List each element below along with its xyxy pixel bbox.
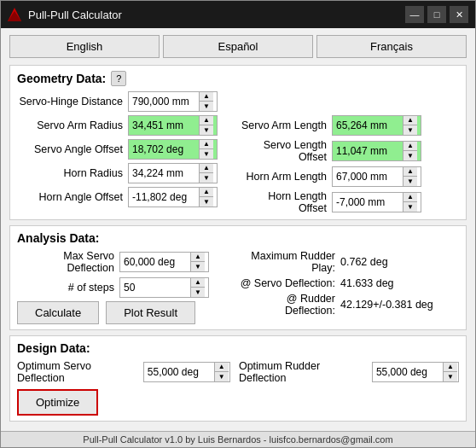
servo-hinge-input[interactable] [129, 94, 199, 109]
horn-arm-length-input[interactable] [333, 169, 403, 184]
geometry-section: Geometry Data: ? Servo-Hinge Distance ▲ … [9, 65, 467, 220]
analysis-title: Analysis Data: [17, 231, 459, 245]
servo-hinge-down[interactable]: ▼ [200, 102, 213, 111]
optimum-rudder-deflection-input[interactable] [373, 364, 443, 380]
horn-radius-spinner[interactable]: ▲ ▼ [128, 163, 218, 183]
optimum-servo-deflection-spinner[interactable]: ▲ ▼ [143, 362, 230, 382]
servo-length-offset-up[interactable]: ▲ [403, 142, 417, 151]
horn-arm-length-up[interactable]: ▲ [403, 167, 417, 177]
horn-radius-up[interactable]: ▲ [200, 164, 213, 173]
horn-radius-down[interactable]: ▼ [200, 173, 213, 183]
servo-angle-offset-input[interactable] [129, 142, 199, 157]
servo-arm-length-input[interactable] [333, 118, 403, 133]
servo-arm-length-label: Servo Arm Length [238, 119, 332, 131]
servo-deflection-at-label: @ Servo Deflection: [238, 277, 340, 289]
servo-length-offset-down[interactable]: ▼ [403, 151, 417, 160]
analysis-right-col: Maximum Rudder Play: 0.762 deg @ Servo D… [238, 250, 459, 324]
calculate-button[interactable]: Calculate [17, 301, 99, 324]
steps-down[interactable]: ▼ [191, 288, 205, 297]
servo-arm-radius-down[interactable]: ▼ [200, 125, 213, 135]
servo-arm-radius-spinner[interactable]: ▲ ▼ [128, 115, 218, 136]
max-servo-deflection-down[interactable]: ▼ [191, 262, 205, 271]
window-title: Pull-Pull Calculator [28, 9, 405, 21]
max-servo-deflection-input[interactable] [120, 254, 190, 270]
horn-angle-offset-down[interactable]: ▼ [200, 197, 213, 207]
horn-angle-offset-input[interactable] [129, 189, 199, 205]
servo-angle-offset-up[interactable]: ▲ [200, 140, 213, 149]
horn-angle-offset-label: Horn Angle Offset [17, 191, 128, 203]
geometry-left-col: Servo Arm Radius ▲ ▼ Servo Angle Offset [17, 115, 238, 214]
servo-arm-radius-row: Servo Arm Radius ▲ ▼ [17, 115, 238, 136]
servo-arm-radius-input[interactable] [129, 118, 199, 133]
action-buttons: Calculate Plot Result [17, 301, 238, 324]
servo-arm-length-down[interactable]: ▼ [403, 125, 417, 135]
servo-hinge-row: Servo-Hinge Distance ▲ ▼ [17, 91, 459, 112]
optimum-rudder-deflection-down[interactable]: ▼ [444, 372, 457, 381]
servo-arm-length-up[interactable]: ▲ [403, 116, 417, 125]
servo-hinge-spinner[interactable]: ▲ ▼ [128, 91, 218, 112]
horn-arm-length-spinner[interactable]: ▲ ▼ [332, 166, 421, 187]
max-servo-deflection-up[interactable]: ▲ [191, 253, 205, 262]
servo-deflection-at-value: 41.633 deg [340, 277, 459, 289]
app-icon [8, 8, 21, 21]
horn-length-offset-down[interactable]: ▼ [403, 202, 417, 212]
servo-angle-offset-down[interactable]: ▼ [200, 149, 213, 159]
optimize-button[interactable]: Optimize [17, 389, 98, 416]
plot-result-button[interactable]: Plot Result [106, 301, 195, 324]
horn-radius-label: Horn Radius [17, 167, 128, 179]
max-rudder-play-row: Maximum Rudder Play: 0.762 deg [238, 250, 459, 274]
servo-angle-offset-spinner[interactable]: ▲ ▼ [128, 139, 218, 160]
analysis-two-col: Max Servo Deflection ▲ ▼ # of steps [17, 250, 459, 324]
french-button[interactable]: Français [316, 35, 467, 58]
horn-angle-offset-spinner[interactable]: ▲ ▼ [128, 187, 218, 207]
horn-arm-length-down[interactable]: ▼ [403, 177, 417, 186]
status-text: Pull-Pull Calculator v1.0 by Luis Bernar… [83, 434, 392, 445]
horn-length-offset-up[interactable]: ▲ [403, 193, 417, 202]
analysis-section: Analysis Data: Max Servo Deflection ▲ ▼ [9, 225, 467, 330]
servo-arm-radius-label: Servo Arm Radius [17, 119, 128, 131]
design-title: Design Data: [17, 341, 459, 355]
design-row: Optimum Servo Deflection ▲ ▼ Optimum Rud… [17, 360, 459, 384]
analysis-left-col: Max Servo Deflection ▲ ▼ # of steps [17, 250, 238, 324]
servo-length-offset-row: Servo Length Offset ▲ ▼ [238, 139, 459, 163]
servo-length-offset-input[interactable] [333, 143, 403, 159]
optimum-rudder-deflection-spinner[interactable]: ▲ ▼ [372, 362, 459, 382]
design-section: Design Data: Optimum Servo Deflection ▲ … [9, 335, 467, 422]
servo-hinge-up[interactable]: ▲ [200, 92, 213, 102]
optimum-rudder-deflection-up[interactable]: ▲ [444, 363, 457, 372]
steps-up[interactable]: ▲ [191, 278, 205, 288]
servo-arm-radius-up[interactable]: ▲ [200, 116, 213, 125]
servo-arm-length-spinner[interactable]: ▲ ▼ [332, 115, 421, 136]
geometry-help-button[interactable]: ? [111, 71, 126, 86]
max-servo-deflection-spinner[interactable]: ▲ ▼ [119, 252, 209, 272]
servo-deflection-at-row: @ Servo Deflection: 41.633 deg [238, 277, 459, 289]
optimum-servo-deflection-up[interactable]: ▲ [215, 363, 229, 372]
horn-arm-length-row: Horn Arm Length ▲ ▼ [238, 166, 459, 187]
geometry-right-col: Servo Arm Length ▲ ▼ Servo Length Offset [238, 115, 459, 214]
steps-input[interactable] [120, 280, 190, 295]
horn-angle-offset-up[interactable]: ▲ [200, 188, 213, 197]
maximize-button[interactable]: □ [427, 6, 446, 23]
status-bar: Pull-Pull Calculator v1.0 by Luis Bernar… [1, 431, 475, 447]
optimum-servo-deflection-input[interactable] [144, 364, 214, 380]
geometry-title: Geometry Data: ? [17, 71, 459, 86]
minimize-button[interactable]: — [405, 6, 424, 23]
language-selector: English Español Français [9, 35, 467, 58]
horn-length-offset-input[interactable] [333, 195, 403, 210]
content-area: English Español Français Geometry Data: … [1, 28, 475, 431]
optimum-servo-deflection-down[interactable]: ▼ [215, 372, 229, 381]
close-button[interactable]: ✕ [450, 6, 468, 23]
geometry-title-text: Geometry Data: [17, 72, 106, 85]
english-button[interactable]: English [9, 35, 160, 58]
max-rudder-play-label: Maximum Rudder Play: [238, 250, 340, 274]
title-bar: Pull-Pull Calculator — □ ✕ [1, 1, 475, 28]
horn-length-offset-spinner[interactable]: ▲ ▼ [332, 192, 421, 212]
geometry-two-col: Servo Arm Radius ▲ ▼ Servo Angle Offset [17, 115, 459, 214]
servo-length-offset-spinner[interactable]: ▲ ▼ [332, 141, 421, 161]
analysis-title-text: Analysis Data: [17, 231, 99, 245]
horn-length-offset-row: Horn Length Offset ▲ ▼ [238, 190, 459, 214]
steps-spinner[interactable]: ▲ ▼ [119, 277, 209, 298]
horn-arm-length-label: Horn Arm Length [238, 171, 332, 183]
horn-radius-input[interactable] [129, 166, 199, 181]
spanish-button[interactable]: Español [163, 35, 313, 58]
